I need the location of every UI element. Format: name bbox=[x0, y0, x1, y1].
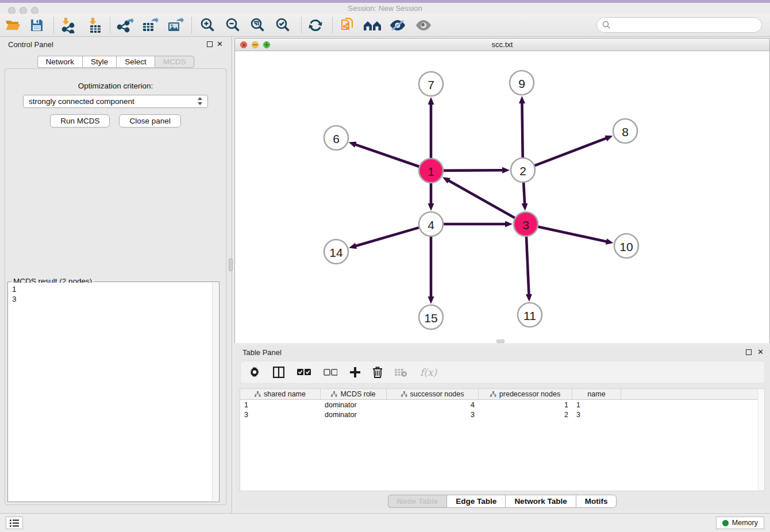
graph-node-4[interactable]: 4 bbox=[419, 212, 443, 236]
control-panel-header: Control Panel ✕ bbox=[0, 37, 232, 52]
titlebar: Session: New Session bbox=[0, 3, 770, 14]
tab-network[interactable]: Network bbox=[37, 56, 83, 68]
control-panel-title: Control Panel bbox=[8, 40, 53, 49]
table-scrollbar[interactable] bbox=[758, 389, 764, 491]
save-session-button[interactable] bbox=[26, 16, 48, 35]
checked-boxes-icon bbox=[297, 369, 311, 376]
mcds-tab-content: Optimization criterion: strongly connect… bbox=[5, 68, 226, 505]
edge-1-6[interactable] bbox=[355, 144, 420, 167]
table-cell: 1 bbox=[479, 401, 572, 409]
zoom-selected-button[interactable] bbox=[272, 16, 294, 35]
graph-node-6[interactable]: 6 bbox=[324, 126, 348, 150]
graph-node-15[interactable]: 15 bbox=[419, 305, 443, 329]
close-panel-icon[interactable]: ✕ bbox=[217, 40, 223, 48]
node-label: 14 bbox=[329, 246, 343, 259]
close-panel-button[interactable]: Close panel bbox=[119, 114, 180, 128]
eye-icon bbox=[415, 19, 432, 32]
panel-splitter-handle[interactable] bbox=[229, 259, 233, 271]
zoom-out-button[interactable] bbox=[222, 16, 244, 35]
clone-network-button[interactable] bbox=[337, 16, 359, 35]
zoom-out-icon bbox=[225, 17, 241, 33]
function-builder-button[interactable]: f(x) bbox=[420, 365, 437, 379]
mcds-result-list[interactable]: 1 3 bbox=[9, 283, 212, 501]
tab-select[interactable]: Select bbox=[116, 56, 155, 68]
tab-style[interactable]: Style bbox=[82, 56, 116, 68]
import-network-button[interactable] bbox=[57, 16, 79, 35]
selected-option: strongly connected component bbox=[29, 97, 134, 106]
graph-node-8[interactable]: 8 bbox=[613, 119, 637, 143]
edge-3-1[interactable] bbox=[448, 180, 516, 218]
graph-node-10[interactable]: 10 bbox=[614, 234, 638, 258]
export-table-button[interactable] bbox=[139, 16, 161, 35]
export-network-button[interactable] bbox=[114, 16, 136, 35]
node-label: 6 bbox=[333, 132, 340, 145]
memory-button[interactable]: Memory bbox=[716, 516, 764, 529]
network-graph-canvas[interactable]: 1234678910111415 bbox=[235, 51, 769, 343]
tab-node-table[interactable]: Node Table bbox=[388, 495, 447, 508]
network-view-title: scc.txt bbox=[235, 40, 769, 49]
mcds-result-scrollbar[interactable] bbox=[212, 283, 218, 501]
graph-node-1[interactable]: 1 bbox=[419, 159, 443, 183]
tab-network-table[interactable]: Network Table bbox=[505, 495, 575, 508]
edge-4-14[interactable] bbox=[355, 228, 420, 246]
graph-node-3[interactable]: 3 bbox=[514, 212, 538, 236]
edge-2-3[interactable] bbox=[523, 182, 525, 205]
show-all-button[interactable] bbox=[413, 16, 434, 35]
column-header-shared-name[interactable]: shared name bbox=[240, 389, 321, 399]
tab-mcds[interactable]: MCDS bbox=[155, 56, 195, 68]
refresh-layout-button[interactable] bbox=[305, 16, 326, 35]
edge-2-8[interactable] bbox=[534, 138, 607, 166]
edge-3-10[interactable] bbox=[537, 226, 607, 242]
open-folder-icon bbox=[5, 18, 21, 32]
table-cell: 3 bbox=[387, 411, 479, 419]
zoom-fit-icon bbox=[250, 17, 266, 33]
edge-3-11[interactable] bbox=[526, 236, 529, 295]
tab-motifs[interactable]: Motifs bbox=[576, 495, 617, 508]
column-header-successor-nodes[interactable]: successor nodes bbox=[387, 389, 479, 399]
search-field[interactable] bbox=[596, 17, 762, 33]
column-header-name[interactable]: name bbox=[572, 389, 621, 399]
delete-column-button[interactable] bbox=[373, 365, 382, 379]
zoom-fit-button[interactable] bbox=[247, 16, 269, 35]
task-history-button[interactable] bbox=[6, 516, 23, 529]
create-column-button[interactable] bbox=[350, 365, 360, 379]
hide-selected-button[interactable] bbox=[387, 16, 409, 35]
graph-node-2[interactable]: 2 bbox=[511, 158, 535, 182]
column-header-MCDS-role[interactable]: MCDS role bbox=[321, 389, 387, 399]
table-settings-button[interactable] bbox=[249, 365, 260, 379]
column-header-predecessor-nodes[interactable]: predecessor nodes bbox=[479, 389, 572, 399]
table-cell: 1 bbox=[572, 401, 621, 409]
float-panel-icon[interactable] bbox=[207, 41, 213, 47]
import-table-button[interactable] bbox=[84, 16, 106, 35]
table-cell: 3 bbox=[240, 411, 321, 419]
graph-node-14[interactable]: 14 bbox=[324, 240, 348, 264]
node-label: 7 bbox=[428, 78, 434, 91]
edge-2-9[interactable] bbox=[522, 102, 522, 159]
houses-button[interactable] bbox=[361, 16, 383, 35]
run-mcds-button[interactable]: Run MCDS bbox=[50, 114, 110, 128]
unselect-all-columns-button[interactable] bbox=[324, 365, 337, 379]
export-image-button[interactable] bbox=[164, 16, 186, 35]
control-panel-tabs: Network Style Select MCDS bbox=[0, 56, 232, 68]
select-all-columns-button[interactable] bbox=[297, 365, 311, 379]
zoom-in-button[interactable] bbox=[197, 16, 219, 35]
graph-node-11[interactable]: 11 bbox=[518, 303, 542, 327]
optimization-criterion-select[interactable]: strongly connected component bbox=[23, 95, 208, 108]
tab-edge-table[interactable]: Edge Table bbox=[446, 495, 505, 508]
delete-table-button[interactable] bbox=[395, 365, 407, 379]
edge-1-2[interactable] bbox=[442, 170, 503, 171]
search-input[interactable] bbox=[614, 20, 761, 31]
export-network-icon bbox=[117, 17, 134, 33]
table-row[interactable]: 1dominator411 bbox=[240, 400, 764, 410]
column-type-icon bbox=[401, 391, 407, 397]
float-table-panel-icon[interactable] bbox=[746, 349, 752, 355]
open-file-button[interactable] bbox=[2, 16, 24, 35]
network-window-titlebar[interactable]: scc.txt bbox=[235, 38, 769, 51]
window-resize-handle[interactable] bbox=[496, 340, 505, 343]
graph-node-7[interactable]: 7 bbox=[419, 72, 443, 96]
table-row[interactable]: 3dominator323 bbox=[240, 410, 764, 419]
show-column-panel-button[interactable] bbox=[273, 365, 284, 379]
graph-node-9[interactable]: 9 bbox=[510, 71, 534, 95]
toolbar-divider bbox=[53, 17, 54, 33]
close-table-panel-icon[interactable]: ✕ bbox=[757, 348, 764, 356]
